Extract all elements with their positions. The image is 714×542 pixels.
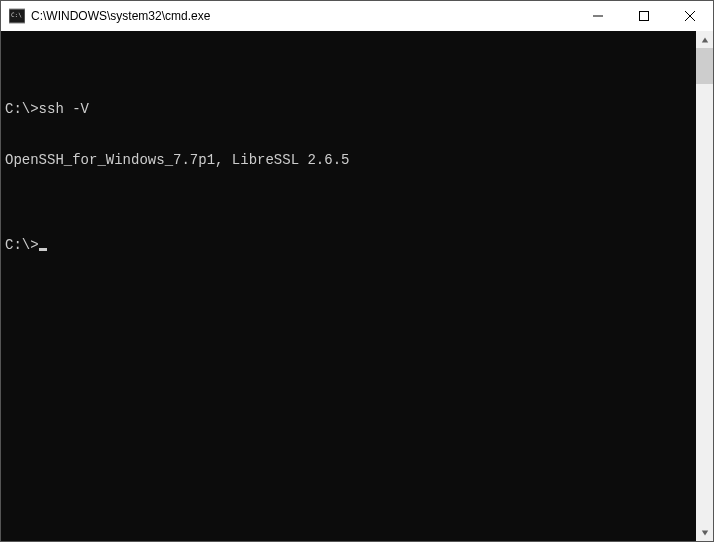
window-title: C:\WINDOWS\system32\cmd.exe: [31, 9, 575, 23]
terminal-prompt: C:\>: [5, 237, 39, 253]
svg-marker-6: [701, 37, 707, 42]
vertical-scrollbar[interactable]: [696, 31, 713, 541]
window-controls: [575, 1, 713, 31]
svg-text:C:\: C:\: [11, 11, 22, 18]
terminal-line: OpenSSH_for_Windows_7.7p1, LibreSSL 2.6.…: [5, 152, 692, 169]
close-button[interactable]: [667, 1, 713, 31]
terminal-line: C:\>ssh -V: [5, 101, 692, 118]
minimize-button[interactable]: [575, 1, 621, 31]
scrollbar-track[interactable]: [696, 48, 713, 524]
svg-rect-3: [640, 12, 649, 21]
cmd-icon: C:\: [9, 8, 25, 24]
scroll-up-button[interactable]: [696, 31, 713, 48]
terminal[interactable]: C:\>ssh -V OpenSSH_for_Windows_7.7p1, Li…: [1, 31, 696, 541]
scrollbar-thumb[interactable]: [696, 48, 713, 84]
terminal-area: C:\>ssh -V OpenSSH_for_Windows_7.7p1, Li…: [1, 31, 713, 541]
window: C:\ C:\WINDOWS\system32\cmd.exe C:\>ssh …: [0, 0, 714, 542]
scroll-down-button[interactable]: [696, 524, 713, 541]
cursor-icon: [39, 248, 47, 251]
titlebar[interactable]: C:\ C:\WINDOWS\system32\cmd.exe: [1, 1, 713, 31]
terminal-prompt-line: C:\>: [5, 237, 692, 254]
maximize-button[interactable]: [621, 1, 667, 31]
svg-marker-7: [701, 530, 707, 535]
